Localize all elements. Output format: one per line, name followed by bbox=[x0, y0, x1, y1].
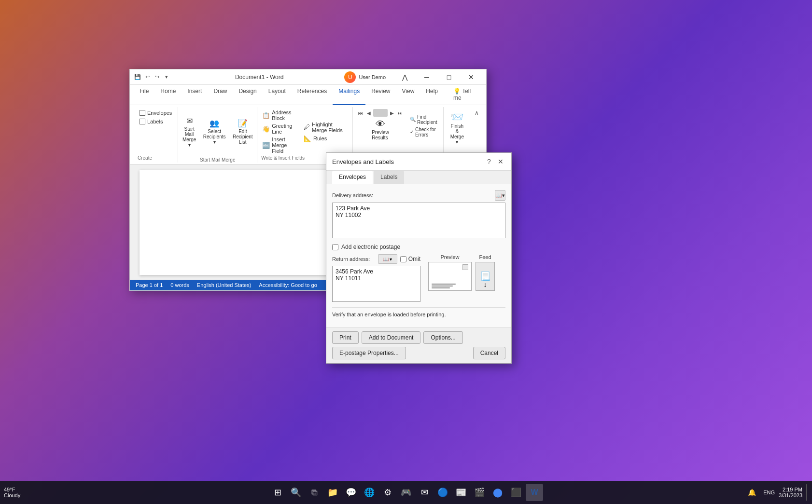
user-name: User Demo bbox=[359, 74, 386, 80]
tab-insert[interactable]: Insert bbox=[182, 85, 208, 105]
prev-record-button[interactable]: ◀ bbox=[365, 109, 373, 117]
add-to-document-button[interactable]: Add to Document bbox=[362, 331, 421, 344]
maximize-button[interactable]: □ bbox=[438, 69, 460, 85]
word-taskbar-button[interactable]: W bbox=[526, 484, 543, 501]
dialog-title-bar: Envelopes and Labels ? ✕ bbox=[326, 153, 511, 171]
system-tray: ENG 2:19 PM 3/31/2023 bbox=[763, 484, 808, 501]
envelopes-button[interactable]: Envelopes bbox=[138, 109, 174, 117]
dialog-title-text: Envelopes and Labels bbox=[332, 158, 394, 165]
settings-button[interactable]: ⚙ bbox=[379, 484, 396, 501]
tab-mailings[interactable]: Mailings bbox=[333, 85, 365, 105]
delivery-address-icon-button[interactable]: 📖▾ bbox=[495, 190, 505, 201]
e-postage-properties-button[interactable]: E-postage Properties... bbox=[332, 347, 406, 359]
temperature: 49°F bbox=[4, 487, 15, 492]
chrome-button[interactable]: ⬤ bbox=[489, 484, 506, 501]
preview-section-label: Preview bbox=[440, 254, 459, 260]
find-recipient-button[interactable]: 🔍 Find Recipient bbox=[408, 114, 439, 125]
dialog-close-button[interactable]: ✕ bbox=[496, 157, 505, 166]
highlight-merge-fields-button[interactable]: 🖊 Highlight Merge Fields bbox=[303, 121, 349, 134]
tab-file[interactable]: File bbox=[134, 85, 154, 105]
dialog-tab-envelopes[interactable]: Envelopes bbox=[332, 171, 373, 184]
options-button[interactable]: Options... bbox=[423, 331, 462, 344]
task-view-button[interactable]: ⧉ bbox=[306, 484, 323, 501]
browser2-button[interactable]: 🔵 bbox=[434, 484, 451, 501]
labels-button[interactable]: Labels bbox=[138, 118, 174, 125]
start-mail-merge-group: ✉ Start MailMerge ▾ 👥 SelectRecipients ▾… bbox=[178, 107, 257, 163]
return-address-input[interactable]: 3456 Park Ave NY 11011 bbox=[332, 266, 420, 302]
undo-button[interactable]: ↩ bbox=[143, 73, 151, 81]
tab-help[interactable]: Help bbox=[420, 85, 444, 105]
news-button[interactable]: 📰 bbox=[452, 484, 470, 501]
cancel-button[interactable]: Cancel bbox=[473, 347, 505, 359]
ribbon-collapse-button[interactable]: ⋀ bbox=[393, 69, 416, 85]
tab-review[interactable]: Review bbox=[365, 85, 396, 105]
ribbon-collapse-chevron[interactable]: ∧ bbox=[473, 109, 480, 117]
terminal-button[interactable]: ⬛ bbox=[507, 484, 525, 501]
electronic-postage-label: Add electronic postage bbox=[341, 244, 400, 250]
next-record-button[interactable]: ▶ bbox=[388, 109, 396, 117]
stamp-box bbox=[462, 264, 468, 270]
omit-checkbox[interactable] bbox=[400, 256, 406, 262]
select-recipients-button[interactable]: 👥 SelectRecipients ▾ bbox=[202, 117, 227, 147]
word-count: 0 words bbox=[170, 282, 189, 288]
minimize-button[interactable]: ─ bbox=[416, 69, 438, 85]
dialog-title-icons: ? ✕ bbox=[484, 157, 505, 166]
clipchamp-button[interactable]: 🎬 bbox=[471, 484, 488, 501]
tab-draw[interactable]: Draw bbox=[208, 85, 233, 105]
taskbar-icons: ⊞ 🔍 ⧉ 📁 💬 🌐 ⚙ 🎮 ✉ 🔵 📰 🎬 ⬤ ⬛ W bbox=[269, 484, 543, 501]
nav-arrows: ⏮ ◀ ▶ ⏭ bbox=[357, 109, 404, 117]
insert-merge-field-button[interactable]: 🔤 Insert Merge Field bbox=[261, 136, 301, 154]
return-controls: 📖▾ Omit bbox=[378, 254, 420, 264]
user-area: U User Demo bbox=[344, 71, 386, 83]
tab-home[interactable]: Home bbox=[154, 85, 182, 105]
feed-envelope-icon: 📃 bbox=[480, 271, 490, 282]
file-explorer-button[interactable]: 📁 bbox=[324, 484, 341, 501]
greeting-line-button[interactable]: 👋 Greeting Line bbox=[261, 123, 301, 135]
finish-merge-button[interactable]: 📨 Finish &Merge ▾ bbox=[448, 109, 467, 147]
notifications-button[interactable]: 🔔 bbox=[743, 484, 760, 501]
dialog-help-button[interactable]: ? bbox=[484, 157, 494, 166]
tab-references[interactable]: References bbox=[292, 85, 333, 105]
teams-button[interactable]: 💬 bbox=[342, 484, 360, 501]
edit-recipient-list-button[interactable]: 📝 EditRecipient List bbox=[229, 117, 256, 147]
mail-button[interactable]: ✉ bbox=[416, 484, 433, 501]
start-mail-merge-label: Start MailMerge ▾ bbox=[182, 126, 196, 148]
rules-label: Rules bbox=[313, 136, 327, 141]
select-recipients-icon: 👥 bbox=[210, 119, 219, 128]
xbox-button[interactable]: 🎮 bbox=[397, 484, 415, 501]
customize-button[interactable]: ▾ bbox=[163, 73, 170, 81]
address-block-label: Address Block bbox=[272, 109, 300, 121]
window-controls: ⋀ ─ □ ✕ bbox=[393, 69, 482, 85]
edge-button[interactable]: 🌐 bbox=[361, 484, 378, 501]
electronic-postage-checkbox[interactable] bbox=[332, 244, 338, 250]
envelopes-labels-dialog: Envelopes and Labels ? ✕ Envelopes Label… bbox=[326, 152, 512, 364]
envelope-preview-section: Preview bbox=[428, 254, 472, 291]
tab-design[interactable]: Design bbox=[233, 85, 262, 105]
last-record-button[interactable]: ⏭ bbox=[396, 109, 404, 117]
close-button[interactable]: ✕ bbox=[460, 69, 482, 85]
show-desktop-button[interactable] bbox=[806, 484, 808, 501]
tell-me-button[interactable]: 💡 Tell me bbox=[448, 85, 482, 105]
redo-button[interactable]: ↪ bbox=[153, 73, 161, 81]
search-button[interactable]: 🔍 bbox=[287, 484, 305, 501]
create-group: Envelopes Labels Create bbox=[134, 107, 178, 163]
start-menu-button[interactable]: ⊞ bbox=[269, 484, 286, 501]
rules-button[interactable]: 📐 Rules bbox=[303, 135, 349, 143]
return-address-icon-button[interactable]: 📖▾ bbox=[378, 254, 397, 264]
start-mail-merge-button[interactable]: ✉ Start MailMerge ▾ bbox=[179, 114, 199, 150]
tab-view[interactable]: View bbox=[396, 85, 420, 105]
preview-results-button[interactable]: 👁 PreviewResults bbox=[369, 117, 392, 142]
check-errors-icon: ✓ bbox=[410, 129, 414, 135]
start-mail-merge-label: Start Mail Merge bbox=[200, 156, 235, 163]
print-button[interactable]: Print bbox=[332, 331, 359, 344]
save-button[interactable]: 💾 bbox=[134, 73, 141, 81]
dialog-tab-labels[interactable]: Labels bbox=[374, 171, 404, 184]
delivery-address-input[interactable]: 123 Park Ave NY 11002 bbox=[332, 203, 505, 238]
address-block-button[interactable]: 📋 Address Block bbox=[261, 109, 301, 122]
omit-row: Omit bbox=[400, 256, 420, 262]
omit-label-text: Omit bbox=[408, 256, 420, 262]
tab-layout[interactable]: Layout bbox=[263, 85, 292, 105]
record-number[interactable] bbox=[373, 109, 388, 117]
first-record-button[interactable]: ⏮ bbox=[357, 109, 364, 117]
check-for-errors-button[interactable]: ✓ Check for Errors bbox=[408, 126, 439, 138]
